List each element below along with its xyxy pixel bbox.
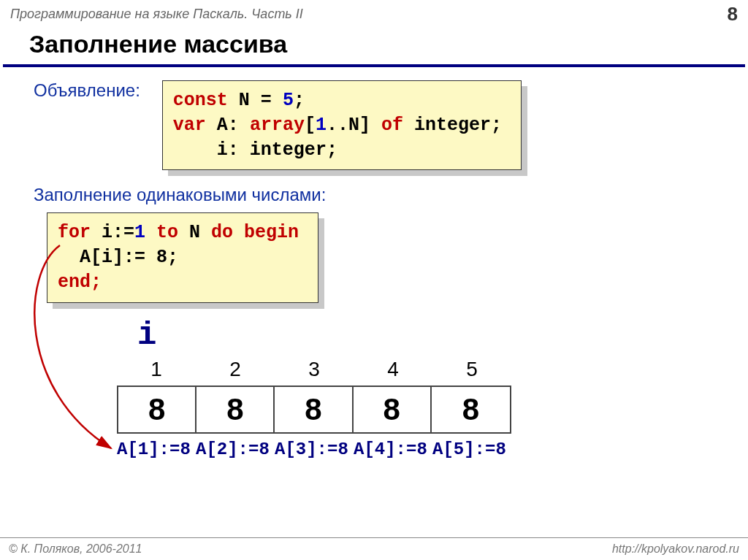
- array-cell: 8: [275, 387, 353, 432]
- assignment: A[2]:=8: [196, 440, 275, 459]
- array-cell: 8: [432, 387, 510, 432]
- page-number: 8: [728, 3, 738, 26]
- slide-title: Заполнение массива: [3, 28, 745, 67]
- section1-label: Объявление:: [0, 80, 140, 101]
- array-index: 3: [275, 358, 354, 381]
- array-cell: 8: [196, 387, 275, 432]
- copyright: © К. Поляков, 2006-2011: [9, 542, 142, 556]
- assignment: A[1]:=8: [117, 440, 196, 459]
- array-index: 1: [117, 358, 196, 381]
- array-cell: 8: [118, 387, 196, 432]
- array-index: 2: [196, 358, 275, 381]
- assignment: A[3]:=8: [275, 440, 354, 459]
- assignment: A[5]:=8: [432, 440, 511, 459]
- code-fill-body: for i:=1 to N do begin A[i]:= 8; end;: [47, 212, 318, 302]
- array-index: 5: [432, 358, 511, 381]
- code-declaration: const N = 5; var A: array[1..N] of integ…: [162, 80, 522, 170]
- code-fill: for i:=1 to N do begin A[i]:= 8; end;: [47, 212, 318, 302]
- array-indices: 1 2 3 4 5: [117, 358, 511, 381]
- array-cell: 8: [354, 387, 432, 432]
- assignment-row: A[1]:=8 A[2]:=8 A[3]:=8 A[4]:=8 A[5]:=8: [117, 440, 511, 459]
- course-title: Программирование на языке Паскаль. Часть…: [10, 7, 303, 22]
- section2-label: Заполнение одинаковыми числами:: [0, 185, 748, 205]
- array-diagram: 1 2 3 4 5 8 8 8 8 8: [117, 358, 511, 434]
- array-index: 4: [354, 358, 432, 381]
- index-variable-label: i: [137, 317, 156, 353]
- array-cells: 8 8 8 8 8: [117, 386, 511, 434]
- slide-footer: © К. Поляков, 2006-2011 http://kpolyakov…: [0, 537, 748, 560]
- slide-header: Программирование на языке Паскаль. Часть…: [0, 0, 748, 28]
- footer-url: http://kpolyakov.narod.ru: [612, 542, 739, 556]
- code-declaration-body: const N = 5; var A: array[1..N] of integ…: [162, 80, 522, 170]
- assignment: A[4]:=8: [354, 440, 432, 459]
